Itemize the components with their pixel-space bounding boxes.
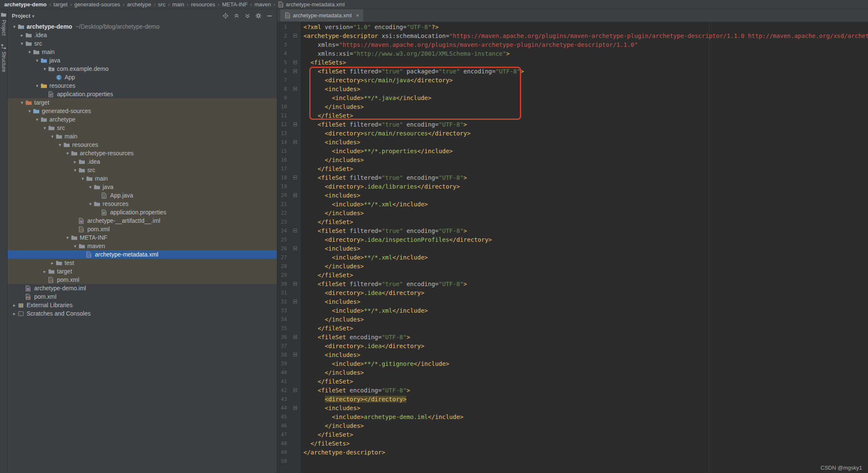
project-panel-title[interactable]: Project	[12, 13, 35, 19]
breadcrumb-item-archetype-demo[interactable]: archetype-demo	[4, 1, 46, 8]
code-line[interactable]: 39 <include>**/*.gitignore</include>	[277, 359, 868, 368]
code-line[interactable]: 32 <includes>	[277, 297, 868, 306]
tree-item-resources[interactable]: ▾resources	[8, 141, 277, 149]
code-line[interactable]: 41 </fileSet>	[277, 377, 868, 386]
fold-marker-icon[interactable]	[290, 388, 300, 392]
code-line[interactable]: 16 </includes>	[277, 155, 868, 164]
fold-marker-icon[interactable]	[290, 406, 300, 410]
code-line[interactable]: 45 <include>archetype-demo.iml</include>	[277, 412, 868, 421]
expand-all-icon[interactable]	[244, 13, 251, 19]
tree-item-archetype-metadata-xml[interactable]: <>archetype-metadata.xml	[8, 250, 277, 259]
hide-icon[interactable]	[266, 13, 273, 19]
code-line[interactable]: 21 <include>**/*.xml</include>	[277, 200, 868, 208]
code-line[interactable]: 3 xmlns="https://maven.apache.org/plugin…	[277, 40, 868, 49]
tool-window-button-project[interactable]: Project	[1, 12, 7, 35]
tree-item-src[interactable]: ▾src	[8, 124, 277, 132]
tree-toggle-icon[interactable]: ▾	[34, 83, 41, 89]
fold-marker-icon[interactable]	[290, 193, 300, 197]
code-line[interactable]: 37 <directory>.idea</directory>	[277, 341, 868, 350]
tree-item-pom-xml[interactable]: <>pom.xml	[8, 276, 277, 284]
tree-item-archetype-demo-iml[interactable]: archetype-demo.iml	[8, 284, 277, 292]
tree-item-main[interactable]: ▾main	[8, 174, 277, 183]
tree-item-application-properties[interactable]: application.properties	[8, 208, 277, 216]
code-line[interactable]: 8 <includes>	[277, 84, 868, 93]
tree-item-java[interactable]: ▾java	[8, 56, 277, 65]
breadcrumb-item-archetype[interactable]: archetype	[127, 1, 151, 8]
code-line[interactable]: 14 <includes>	[277, 138, 868, 146]
tree-toggle-icon[interactable]: ▾	[11, 24, 18, 30]
fold-marker-icon[interactable]	[290, 176, 300, 179]
code-line[interactable]: 5 <fileSets>	[277, 58, 868, 67]
fold-marker-icon[interactable]	[290, 335, 300, 339]
tree-item-idea[interactable]: ▸.idea	[8, 157, 277, 166]
tree-item-archetype-demo[interactable]: ▾archetype-demo~/Desktop/blog/archetype-…	[8, 22, 277, 31]
tree-item-meta-inf[interactable]: ▾META-INF	[8, 233, 277, 242]
code-line[interactable]: 23 </fileSet>	[277, 217, 868, 226]
breadcrumb-item-archetype-metadata-xml[interactable]: <>archetype-metadata.xml	[278, 1, 344, 8]
tree-toggle-icon[interactable]: ▸	[41, 269, 48, 274]
code-line[interactable]: 7 <directory>src/main/java</directory>	[277, 76, 868, 84]
fold-marker-icon[interactable]	[290, 229, 300, 232]
tree-item-scratches-and-consoles[interactable]: ▸>_Scratches and Consoles	[8, 309, 277, 318]
code-line[interactable]: 49</archetype-descriptor>	[277, 448, 868, 457]
breadcrumb-item-resources[interactable]: resources	[191, 1, 215, 8]
code-line[interactable]: 22 </includes>	[277, 208, 868, 217]
code-line[interactable]: 4 xmlns:xsi="http://www.w3.org/2001/XMLS…	[277, 49, 868, 58]
tree-toggle-icon[interactable]: ▾	[72, 243, 78, 249]
tree-toggle-icon[interactable]: ▾	[64, 151, 71, 156]
code-line[interactable]: 35 </fileSet>	[277, 324, 868, 332]
tree-toggle-icon[interactable]: ▾	[41, 125, 48, 131]
fold-marker-icon[interactable]	[290, 353, 300, 357]
tree-item-idea[interactable]: ▸.idea	[8, 31, 277, 39]
close-tab-icon[interactable]: ×	[356, 12, 359, 19]
tree-toggle-icon[interactable]: ▾	[57, 142, 63, 148]
tree-toggle-icon[interactable]: ▾	[64, 235, 71, 241]
locate-icon[interactable]	[222, 13, 229, 19]
tree-item-archetype-resources[interactable]: ▾archetype-resources	[8, 149, 277, 157]
fold-marker-icon[interactable]	[290, 300, 300, 303]
code-line[interactable]: 2<archetype-descriptor xsi:schemaLocatio…	[277, 31, 868, 40]
tree-toggle-icon[interactable]: ▾	[87, 201, 94, 207]
code-line[interactable]: 43 <directory></directory>	[277, 395, 868, 403]
tree-item-archetype[interactable]: ▾archetype	[8, 115, 277, 124]
breadcrumb-item-maven[interactable]: maven	[254, 1, 271, 8]
tree-toggle-icon[interactable]: ▾	[26, 108, 33, 114]
tree-toggle-icon[interactable]: ▸	[11, 311, 18, 316]
editor-tab[interactable]: <> archetype-metadata.xml ×	[280, 9, 363, 22]
tree-item-app[interactable]: CApp	[8, 73, 277, 81]
code-line[interactable]: 12 <fileSet filtered="true" encoding="UT…	[277, 120, 868, 129]
fold-marker-icon[interactable]	[290, 246, 300, 250]
tree-item-maven[interactable]: ▾maven	[8, 242, 277, 250]
fold-marker-icon[interactable]	[290, 122, 300, 126]
code-line[interactable]: 50	[277, 457, 868, 465]
fold-marker-icon[interactable]	[290, 69, 300, 73]
fold-marker-icon[interactable]	[290, 87, 300, 91]
code-line[interactable]: 48 </fileSets>	[277, 439, 868, 448]
code-line[interactable]: 46 </includes>	[277, 421, 868, 430]
fold-marker-icon[interactable]	[290, 60, 300, 64]
breadcrumb-item-meta-inf[interactable]: META-INF	[222, 1, 247, 8]
tree-toggle-icon[interactable]: ▸	[72, 159, 78, 165]
tree-toggle-icon[interactable]: ▾	[72, 168, 78, 173]
collapse-all-icon[interactable]	[233, 13, 240, 19]
code-line[interactable]: 25 <directory>.idea/inspectionProfiles</…	[277, 235, 868, 244]
code-line[interactable]: 47 </fileSet>	[277, 430, 868, 439]
tree-toggle-icon[interactable]: ▾	[19, 41, 25, 46]
breadcrumb-item-generated-sources[interactable]: generated-sources	[74, 1, 120, 8]
tree-item-external-libraries[interactable]: ▸External Libraries	[8, 301, 277, 309]
code-line[interactable]: 36 <fileSet encoding="UTF-8">	[277, 332, 868, 341]
tree-item-resources[interactable]: ▾resources	[8, 200, 277, 208]
tree-item-pom-xml[interactable]: mpom.xml	[8, 292, 277, 301]
tree-item-main[interactable]: ▾main	[8, 132, 277, 141]
tree-toggle-icon[interactable]: ▸	[49, 260, 56, 266]
tree-toggle-icon[interactable]: ▾	[41, 66, 48, 72]
code-line[interactable]: 42 <fileSet encoding="UTF-8">	[277, 386, 868, 395]
tool-window-button-structure[interactable]: Structure	[1, 44, 7, 72]
code-line[interactable]: 19 <directory>.idea/libraries</directory…	[277, 182, 868, 191]
tree-toggle-icon[interactable]: ▾	[34, 58, 41, 63]
tree-toggle-icon[interactable]: ▾	[79, 176, 86, 181]
tree-item-src[interactable]: ▾src	[8, 166, 277, 174]
fold-marker-icon[interactable]	[290, 282, 300, 286]
fold-marker-icon[interactable]	[290, 140, 300, 144]
tree-item-src[interactable]: ▾src	[8, 39, 277, 48]
